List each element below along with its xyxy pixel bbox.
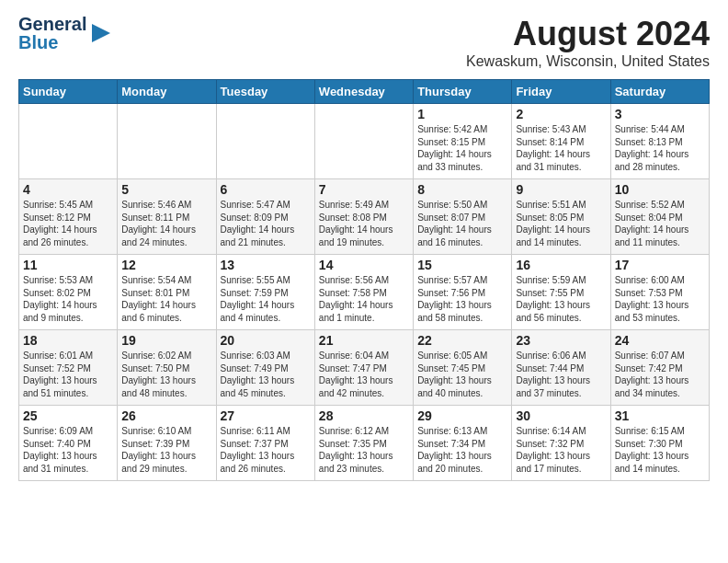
calendar-cell: 19Sunrise: 6:02 AM Sunset: 7:50 PM Dayli… <box>118 330 216 406</box>
calendar-cell: 6Sunrise: 5:47 AM Sunset: 8:09 PM Daylig… <box>216 179 314 255</box>
calendar-cell: 15Sunrise: 5:57 AM Sunset: 7:56 PM Dayli… <box>414 255 512 330</box>
day-detail: Sunrise: 6:14 AM Sunset: 7:32 PM Dayligh… <box>516 425 606 475</box>
day-number: 31 <box>615 408 705 423</box>
day-number: 20 <box>221 333 311 348</box>
day-number: 28 <box>319 408 409 423</box>
col-header-wednesday: Wednesday <box>314 80 413 104</box>
calendar-week-1: 1Sunrise: 5:42 AM Sunset: 8:15 PM Daylig… <box>19 104 710 179</box>
day-number: 8 <box>417 182 507 197</box>
day-detail: Sunrise: 6:09 AM Sunset: 7:40 PM Dayligh… <box>23 425 113 475</box>
day-number: 17 <box>615 258 705 272</box>
logo: General Blue <box>18 15 114 52</box>
day-detail: Sunrise: 6:05 AM Sunset: 7:45 PM Dayligh… <box>417 350 507 399</box>
col-header-saturday: Saturday <box>610 80 709 104</box>
day-detail: Sunrise: 6:01 AM Sunset: 7:52 PM Dayligh… <box>23 350 113 399</box>
day-detail: Sunrise: 5:44 AM Sunset: 8:13 PM Dayligh… <box>615 123 705 173</box>
day-number: 3 <box>615 107 705 121</box>
logo-general: General <box>18 15 86 33</box>
day-detail: Sunrise: 6:00 AM Sunset: 7:53 PM Dayligh… <box>615 274 705 324</box>
day-detail: Sunrise: 5:50 AM Sunset: 8:07 PM Dayligh… <box>417 199 507 248</box>
calendar-cell: 17Sunrise: 6:00 AM Sunset: 7:53 PM Dayli… <box>610 255 709 330</box>
calendar-week-3: 11Sunrise: 5:53 AM Sunset: 8:02 PM Dayli… <box>19 255 710 330</box>
calendar-cell: 26Sunrise: 6:10 AM Sunset: 7:39 PM Dayli… <box>118 406 216 481</box>
calendar-header-row: SundayMondayTuesdayWednesdayThursdayFrid… <box>19 80 710 104</box>
day-detail: Sunrise: 5:59 AM Sunset: 7:55 PM Dayligh… <box>516 274 606 324</box>
day-detail: Sunrise: 5:49 AM Sunset: 8:08 PM Dayligh… <box>319 199 409 248</box>
page-header: General Blue August 2024 Kewaskum, Wisco… <box>18 15 710 70</box>
day-number: 18 <box>23 333 113 348</box>
calendar-table: SundayMondayTuesdayWednesdayThursdayFrid… <box>18 79 710 481</box>
calendar-cell: 3Sunrise: 5:44 AM Sunset: 8:13 PM Daylig… <box>610 104 709 179</box>
title-block: August 2024 Kewaskum, Wisconsin, United … <box>466 15 710 70</box>
calendar-cell: 22Sunrise: 6:05 AM Sunset: 7:45 PM Dayli… <box>414 330 512 406</box>
day-number: 25 <box>23 408 113 423</box>
day-detail: Sunrise: 6:04 AM Sunset: 7:47 PM Dayligh… <box>319 350 409 399</box>
day-number: 21 <box>319 333 409 348</box>
calendar-cell: 16Sunrise: 5:59 AM Sunset: 7:55 PM Dayli… <box>512 255 610 330</box>
calendar-cell: 9Sunrise: 5:51 AM Sunset: 8:05 PM Daylig… <box>512 179 610 255</box>
day-detail: Sunrise: 5:57 AM Sunset: 7:56 PM Dayligh… <box>417 274 507 324</box>
calendar-cell: 13Sunrise: 5:55 AM Sunset: 7:59 PM Dayli… <box>216 255 314 330</box>
day-detail: Sunrise: 5:46 AM Sunset: 8:11 PM Dayligh… <box>121 199 211 248</box>
col-header-sunday: Sunday <box>19 80 118 104</box>
day-number: 29 <box>417 408 507 423</box>
day-detail: Sunrise: 5:45 AM Sunset: 8:12 PM Dayligh… <box>23 199 113 248</box>
logo-arrow-icon <box>88 20 114 46</box>
day-number: 24 <box>615 333 705 348</box>
calendar-cell: 28Sunrise: 6:12 AM Sunset: 7:35 PM Dayli… <box>314 406 413 481</box>
col-header-thursday: Thursday <box>414 80 512 104</box>
day-detail: Sunrise: 6:07 AM Sunset: 7:42 PM Dayligh… <box>615 350 705 399</box>
day-number: 11 <box>23 258 113 272</box>
calendar-cell: 29Sunrise: 6:13 AM Sunset: 7:34 PM Dayli… <box>414 406 512 481</box>
calendar-cell: 1Sunrise: 5:42 AM Sunset: 8:15 PM Daylig… <box>414 104 512 179</box>
day-detail: Sunrise: 5:43 AM Sunset: 8:14 PM Dayligh… <box>516 123 606 173</box>
day-detail: Sunrise: 5:54 AM Sunset: 8:01 PM Dayligh… <box>121 274 211 324</box>
calendar-cell: 20Sunrise: 6:03 AM Sunset: 7:49 PM Dayli… <box>216 330 314 406</box>
calendar-cell: 11Sunrise: 5:53 AM Sunset: 8:02 PM Dayli… <box>19 255 118 330</box>
calendar-cell: 10Sunrise: 5:52 AM Sunset: 8:04 PM Dayli… <box>610 179 709 255</box>
day-detail: Sunrise: 6:10 AM Sunset: 7:39 PM Dayligh… <box>121 425 211 475</box>
col-header-monday: Monday <box>118 80 216 104</box>
calendar-cell: 25Sunrise: 6:09 AM Sunset: 7:40 PM Dayli… <box>19 406 118 481</box>
day-number: 7 <box>319 182 409 197</box>
day-number: 19 <box>121 333 211 348</box>
page-subtitle: Kewaskum, Wisconsin, United States <box>466 53 710 70</box>
day-detail: Sunrise: 6:15 AM Sunset: 7:30 PM Dayligh… <box>615 425 705 475</box>
day-number: 13 <box>221 258 311 272</box>
day-number: 16 <box>516 258 606 272</box>
day-detail: Sunrise: 5:55 AM Sunset: 7:59 PM Dayligh… <box>221 274 311 324</box>
day-detail: Sunrise: 5:53 AM Sunset: 8:02 PM Dayligh… <box>23 274 113 324</box>
svg-marker-0 <box>92 24 110 42</box>
calendar-cell <box>118 104 216 179</box>
calendar-cell: 7Sunrise: 5:49 AM Sunset: 8:08 PM Daylig… <box>314 179 413 255</box>
day-number: 14 <box>319 258 409 272</box>
col-header-friday: Friday <box>512 80 610 104</box>
day-detail: Sunrise: 6:03 AM Sunset: 7:49 PM Dayligh… <box>221 350 311 399</box>
day-number: 9 <box>516 182 606 197</box>
day-number: 23 <box>516 333 606 348</box>
calendar-cell <box>216 104 314 179</box>
calendar-cell: 4Sunrise: 5:45 AM Sunset: 8:12 PM Daylig… <box>19 179 118 255</box>
day-number: 2 <box>516 107 606 121</box>
page-title: August 2024 <box>466 15 710 53</box>
day-number: 27 <box>221 408 311 423</box>
calendar-cell: 8Sunrise: 5:50 AM Sunset: 8:07 PM Daylig… <box>414 179 512 255</box>
calendar-week-5: 25Sunrise: 6:09 AM Sunset: 7:40 PM Dayli… <box>19 406 710 481</box>
calendar-cell: 24Sunrise: 6:07 AM Sunset: 7:42 PM Dayli… <box>610 330 709 406</box>
day-detail: Sunrise: 5:51 AM Sunset: 8:05 PM Dayligh… <box>516 199 606 248</box>
calendar-cell: 2Sunrise: 5:43 AM Sunset: 8:14 PM Daylig… <box>512 104 610 179</box>
calendar-cell: 21Sunrise: 6:04 AM Sunset: 7:47 PM Dayli… <box>314 330 413 406</box>
day-number: 30 <box>516 408 606 423</box>
day-detail: Sunrise: 6:11 AM Sunset: 7:37 PM Dayligh… <box>221 425 311 475</box>
day-detail: Sunrise: 6:06 AM Sunset: 7:44 PM Dayligh… <box>516 350 606 399</box>
day-number: 12 <box>121 258 211 272</box>
day-number: 22 <box>417 333 507 348</box>
day-detail: Sunrise: 6:13 AM Sunset: 7:34 PM Dayligh… <box>417 425 507 475</box>
calendar-cell <box>19 104 118 179</box>
calendar-cell: 18Sunrise: 6:01 AM Sunset: 7:52 PM Dayli… <box>19 330 118 406</box>
day-number: 5 <box>121 182 211 197</box>
day-number: 1 <box>417 107 507 121</box>
day-detail: Sunrise: 6:02 AM Sunset: 7:50 PM Dayligh… <box>121 350 211 399</box>
day-detail: Sunrise: 5:47 AM Sunset: 8:09 PM Dayligh… <box>221 199 311 248</box>
day-number: 4 <box>23 182 113 197</box>
